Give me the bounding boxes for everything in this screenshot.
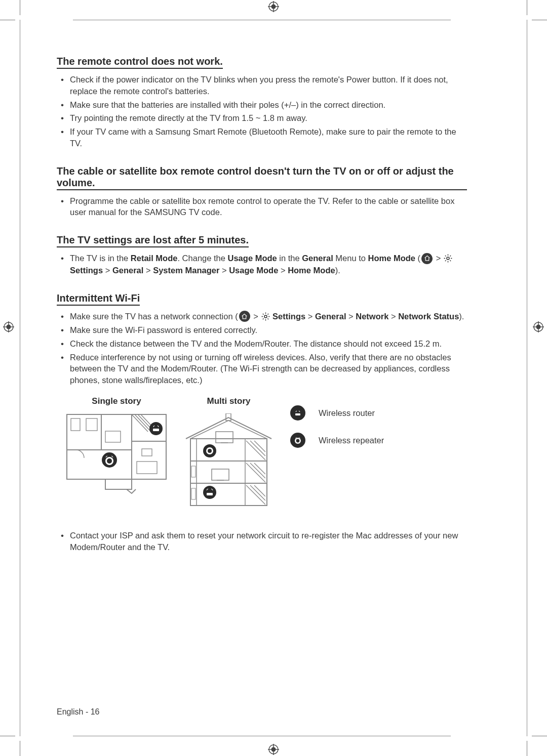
- gear-icon: [443, 254, 453, 263]
- crop-mark: [0, 736, 15, 736]
- floorplan-icon: [66, 413, 167, 494]
- svg-point-16: [447, 257, 449, 260]
- heading-tvsettings: The TV settings are lost after 5 minutes…: [57, 234, 249, 247]
- text: Make sure the TV has a network connectio…: [70, 312, 238, 321]
- text-bold: Network Status: [398, 312, 459, 321]
- svg-point-58: [208, 449, 212, 453]
- text: >: [388, 312, 398, 321]
- section-wifi: Intermittent Wi-Fi Make sure the TV has …: [57, 292, 467, 553]
- crop-mark: [532, 736, 547, 736]
- page-footer: English - 16: [57, 707, 100, 717]
- text: in the: [277, 254, 302, 263]
- text: >: [219, 266, 229, 275]
- text: >: [103, 266, 112, 275]
- list-item: Make sure the TV has a network connectio…: [70, 311, 467, 323]
- svg-rect-53: [216, 432, 233, 443]
- list-item: Check the distance between the TV and th…: [70, 338, 467, 350]
- heading-cable: The cable or satellite box remote contro…: [57, 165, 467, 190]
- svg-point-17: [264, 315, 266, 318]
- svg-line-45: [246, 463, 265, 482]
- svg-line-46: [250, 463, 265, 478]
- svg-line-49: [250, 485, 265, 500]
- list-item: If your TV came with a Samsung Smart Rem…: [70, 126, 467, 149]
- gear-icon: [261, 312, 270, 321]
- text-bold: Settings: [70, 266, 103, 275]
- text-bold: Home Mode: [288, 266, 335, 275]
- text-bold: Network: [356, 312, 388, 321]
- text-bold: System Manager: [153, 266, 219, 275]
- text: >: [278, 266, 288, 275]
- crop-mark: [20, 741, 20, 756]
- legend-row-repeater: Wireless repeater: [290, 433, 384, 448]
- text-bold: General: [112, 266, 143, 275]
- frame-line: [20, 20, 20, 736]
- crop-mark: [0, 20, 15, 20]
- text: . Change the: [177, 254, 227, 263]
- svg-rect-28: [86, 418, 97, 431]
- list-item: Make sure the Wi-Fi password is entered …: [70, 324, 467, 336]
- frame-line: [527, 20, 527, 736]
- registration-mark-icon: [533, 321, 544, 332]
- text-bold: General: [315, 312, 346, 321]
- list-item: Check if the power indicator on the TV b…: [70, 74, 467, 97]
- repeater-icon: [290, 433, 305, 448]
- registration-mark-icon: [268, 744, 279, 755]
- list-item: The TV is in the Retail Mode. Change the…: [70, 253, 467, 276]
- registration-mark-icon: [3, 321, 14, 332]
- svg-rect-60: [207, 493, 213, 495]
- svg-line-42: [246, 441, 265, 460]
- section-remote: The remote control does not work. Check …: [57, 56, 467, 149]
- svg-rect-29: [105, 431, 121, 442]
- list-item: Contact your ISP and ask them to reset y…: [70, 530, 467, 553]
- svg-rect-51: [191, 466, 196, 477]
- section-cable: The cable or satellite box remote contro…: [57, 165, 467, 219]
- svg-rect-52: [191, 488, 196, 499]
- registration-mark-icon: [268, 1, 279, 12]
- frame-line: [73, 736, 451, 736]
- text-bold: Usage Mode: [229, 266, 278, 275]
- page-content: The remote control does not work. Check …: [57, 56, 467, 555]
- svg-line-48: [246, 485, 265, 505]
- legend-label: Wireless repeater: [319, 436, 384, 445]
- house-icon: [184, 413, 273, 510]
- text: >: [251, 312, 261, 321]
- svg-rect-33: [153, 429, 159, 431]
- list-item: Try pointing the remote directly at the …: [70, 112, 467, 124]
- text-bold: Usage Mode: [228, 254, 277, 263]
- svg-rect-30: [137, 461, 157, 474]
- svg-point-59: [203, 486, 216, 499]
- diagram-title: Single story: [92, 396, 141, 406]
- heading-remote: The remote control does not work.: [57, 56, 223, 69]
- legend-row-router: Wireless router: [290, 405, 384, 421]
- diagram-single-story: Single story: [66, 396, 167, 494]
- svg-rect-61: [295, 413, 300, 415]
- diagram-title: Multi story: [207, 396, 251, 406]
- svg-rect-31: [142, 449, 152, 456]
- list-item: Make sure that the batteries are install…: [70, 99, 467, 111]
- home-icon: [421, 253, 433, 264]
- list-item: Programme the cable or satellite box rem…: [70, 195, 467, 219]
- diagram-multi-story: Multi story: [184, 396, 273, 510]
- text: >: [305, 312, 315, 321]
- heading-wifi: Intermittent Wi-Fi: [57, 292, 140, 306]
- text-bold: General: [302, 254, 333, 263]
- text: >: [143, 266, 153, 275]
- diagram-row: Single story: [57, 396, 467, 510]
- text: The TV is in the: [70, 254, 131, 263]
- legend-label: Wireless router: [319, 408, 375, 418]
- text: ).: [335, 266, 340, 275]
- svg-point-35: [107, 458, 112, 464]
- crop-mark: [532, 20, 547, 20]
- crop-mark: [527, 741, 527, 756]
- svg-point-62: [296, 439, 300, 443]
- list-item: Reduce interference by not using or turn…: [70, 352, 467, 386]
- svg-rect-27: [71, 418, 80, 431]
- crop-mark: [20, 0, 20, 15]
- crop-mark: [527, 0, 527, 15]
- text: >: [346, 312, 356, 321]
- legend: Wireless router Wireless repeater: [290, 405, 384, 448]
- text-bold: Home Mode: [368, 254, 416, 263]
- router-icon: [290, 405, 305, 421]
- section-tvsettings: The TV settings are lost after 5 minutes…: [57, 234, 467, 276]
- text-bold: Settings: [270, 312, 306, 321]
